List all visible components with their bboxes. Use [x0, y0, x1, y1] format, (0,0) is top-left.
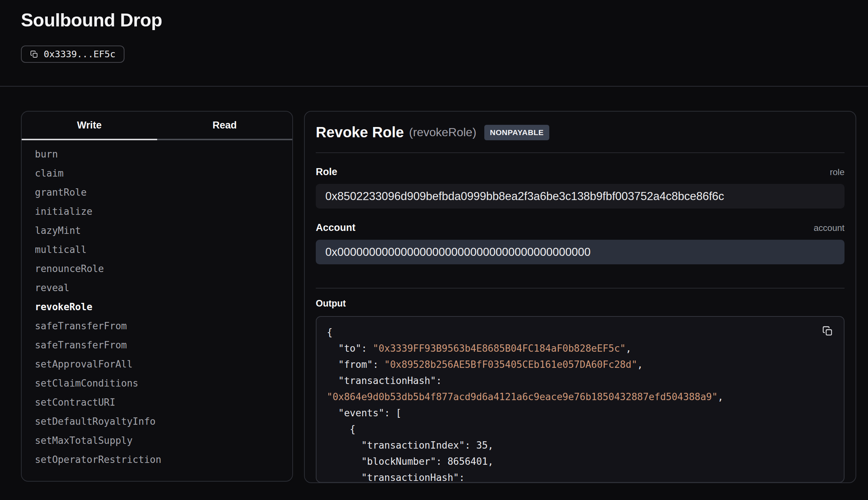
output-code: { "to": "0x3339FF93B9563b4E8685B04FC184a… — [327, 324, 833, 483]
code-line: "transactionIndex": 35, — [327, 437, 833, 453]
field-account-head: Account account — [316, 222, 845, 233]
account-input[interactable] — [316, 240, 845, 264]
code-line: "events": [ — [327, 405, 833, 421]
contract-address-badge[interactable]: 0x3339...EF5c — [21, 46, 124, 63]
function-explorer-panel: Write Read burnclaimgrantRoleinitializel… — [21, 111, 293, 482]
code-line: "from": "0x89528b256AE5BfF035405CEb161e0… — [327, 356, 833, 373]
function-list-item-safeTransferFrom[interactable]: safeTransferFrom — [22, 316, 292, 336]
main-content: Write Read burnclaimgrantRoleinitializel… — [0, 87, 868, 483]
function-detail-panel: Revoke Role (revokeRole) NONPAYABLE Role… — [304, 111, 856, 483]
function-list-item-setApprovalForAll[interactable]: setApprovalForAll — [22, 355, 292, 374]
role-input[interactable] — [316, 184, 845, 209]
field-account: Account account — [316, 222, 845, 264]
field-account-param: account — [814, 223, 845, 233]
code-line: "transactionHash": — [327, 373, 833, 389]
detail-title: Revoke Role — [316, 124, 404, 141]
function-list-item-setMaxTotalSupply[interactable]: setMaxTotalSupply — [22, 431, 292, 450]
code-line: "blockNumber": 8656401, — [327, 453, 833, 470]
copy-icon — [822, 325, 833, 337]
code-line: { — [327, 324, 833, 340]
function-list-item-grantRole[interactable]: grantRole — [22, 183, 292, 202]
function-list-item-setOperatorRestriction[interactable]: setOperatorRestriction — [22, 450, 292, 469]
function-list: burnclaimgrantRoleinitializelazyMintmult… — [22, 140, 292, 469]
fields-section: Role role Account account — [305, 153, 856, 288]
field-account-label: Account — [316, 222, 355, 233]
tab-read[interactable]: Read — [157, 112, 293, 140]
contract-address-label: 0x3339...EF5c — [44, 49, 116, 59]
output-code-block: { "to": "0x3339FF93B9563b4E8685B04FC184a… — [316, 316, 845, 483]
function-list-item-setClaimConditions[interactable]: setClaimConditions — [22, 374, 292, 393]
function-list-item-multicall[interactable]: multicall — [22, 240, 292, 259]
function-list-item-setContractURI[interactable]: setContractURI — [22, 393, 292, 412]
page-header: Soulbound Drop 0x3339...EF5c — [0, 0, 868, 63]
function-list-item-initialize[interactable]: initialize — [22, 202, 292, 221]
detail-subtitle: (revokeRole) — [409, 126, 476, 139]
field-role-label: Role — [316, 166, 337, 178]
output-section: Output { "to": "0x3339FF93B9563b4E8685B0… — [305, 289, 856, 483]
output-label: Output — [316, 298, 845, 309]
function-list-item-claim[interactable]: claim — [22, 164, 292, 183]
copy-icon — [30, 50, 39, 59]
tab-bar: Write Read — [22, 112, 292, 140]
field-role-head: Role role — [316, 166, 845, 178]
function-list-item-revokeRole[interactable]: revokeRole — [22, 297, 292, 316]
function-list-item-burn[interactable]: burn — [22, 145, 292, 164]
function-list-item-safeTransferFrom[interactable]: safeTransferFrom — [22, 336, 292, 355]
detail-header: Revoke Role (revokeRole) NONPAYABLE — [305, 112, 856, 152]
code-line: "transactionHash": — [327, 470, 833, 483]
field-role-param: role — [830, 167, 845, 177]
function-list-item-lazyMint[interactable]: lazyMint — [22, 221, 292, 240]
function-list-item-reveal[interactable]: reveal — [22, 278, 292, 297]
tab-write[interactable]: Write — [22, 112, 157, 140]
code-line: "to": "0x3339FF93B9563b4E8685B04FC184aF0… — [327, 340, 833, 356]
nonpayable-badge: NONPAYABLE — [484, 125, 549, 140]
field-role: Role role — [316, 166, 845, 209]
code-line: "0x864e9d0b53db5b4f877acd9d6a4121a6c9eac… — [327, 389, 833, 405]
function-list-item-renounceRole[interactable]: renounceRole — [22, 259, 292, 278]
copy-output-button[interactable] — [821, 325, 834, 338]
function-list-item-setDefaultRoyaltyInfo[interactable]: setDefaultRoyaltyInfo — [22, 412, 292, 431]
code-line: { — [327, 421, 833, 437]
page-title: Soulbound Drop — [21, 10, 847, 31]
